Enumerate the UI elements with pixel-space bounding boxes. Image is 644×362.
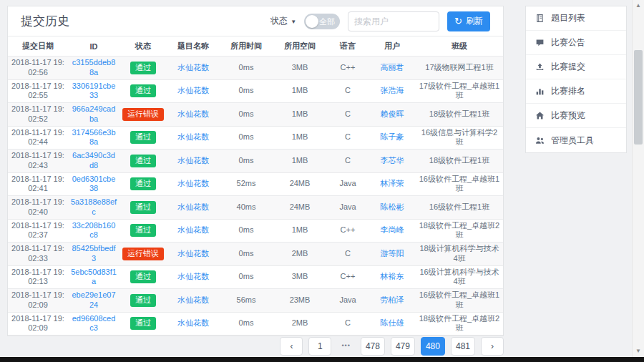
submission-id-link[interactable]: ed96608cedc3 [72,314,116,333]
pagination-page-1[interactable]: 1 [308,337,331,356]
status-filter-dropdown[interactable]: 状态 ▼ [270,15,296,27]
user-link[interactable]: 李芯华 [381,156,404,165]
user-link[interactable]: 陈仕雄 [381,318,404,327]
table-body: 2018-11-17 19:02:56c3155ddeb88a通过水仙花数0ms… [8,57,503,336]
column-header: 所用空间 [273,36,327,57]
search-user-input[interactable] [348,11,439,31]
submission-id-link[interactable]: c3155ddeb88a [72,58,116,77]
scroll-up-icon[interactable]: ▲ [633,0,644,11]
class-label: 16级软件工程_卓越班1班 [419,175,499,193]
sidebar-item-contest-announcement[interactable]: 比赛公告 [526,31,626,55]
pagination-page-478[interactable]: 478 [361,337,385,356]
problem-link[interactable]: 水仙花数 [177,63,209,72]
submit-date: 2018-11-17 19:02:43 [11,151,64,170]
user-link[interactable]: 李尚峰 [381,225,404,234]
sidebar-item-contest-submission[interactable]: 比赛提交 [526,55,626,79]
problem-link[interactable]: 水仙花数 [177,109,209,118]
submit-icon [535,62,545,72]
status-filter-label: 状态 [270,16,288,26]
submission-id-link[interactable]: 5ebc50d83f1a [71,268,117,286]
sidebar-item-admin-tools[interactable]: 管理员工具 [526,128,626,152]
submit-date: 2018-11-17 19:02:41 [11,175,64,193]
all-toggle-switch[interactable]: 全部 [304,14,340,29]
submission-id-link[interactable]: 33c208b160c8 [72,221,116,240]
submit-date: 2018-11-17 19:02:33 [11,244,64,263]
pagination-prev[interactable]: ‹ [280,337,303,356]
time-used: 0ms [239,132,254,141]
admin-icon [535,136,545,145]
user-link[interactable]: 游等阳 [381,249,404,258]
status-badge: 通过 [130,84,156,97]
pagination-page-481[interactable]: 481 [451,337,475,356]
submission-id-link[interactable]: ebe29e1e0724 [72,290,115,309]
refresh-button[interactable]: ↻ 刷新 [447,11,490,31]
problem-link[interactable]: 水仙花数 [177,132,209,141]
pagination-page-479[interactable]: 479 [391,337,415,356]
class-label: 16级信息与计算科学2班 [421,128,497,147]
class-label: 17级物联网工程1班 [425,63,493,72]
user-link[interactable]: 陈子豪 [381,132,404,141]
memory-used: 1MB [292,109,308,118]
table-row: 2018-11-17 19:02:3733c208b160c8通过水仙花数0ms… [8,219,503,243]
user-link[interactable]: 林泽荣 [381,179,404,187]
pagination-next[interactable]: › [481,337,504,356]
submit-date: 2018-11-17 19:02:55 [11,82,64,100]
user-link[interactable]: 赖俊晖 [381,109,404,118]
problem-link[interactable]: 水仙花数 [177,86,209,94]
panel-header: 提交历史 状态 ▼ 全部 ↻ 刷新 [8,6,503,36]
sidebar-item-contest-ranking[interactable]: 比赛排名 [526,79,626,104]
problem-link[interactable]: 水仙花数 [177,179,209,187]
memory-used: 1MB [292,156,308,165]
table-header-row: 提交日期ID状态题目名称所用时间所用空间语言用户班级 [8,36,503,57]
user-link[interactable]: 劳柏泽 [381,295,404,304]
problem-link[interactable]: 水仙花数 [177,318,209,327]
sidebar-item-label: 比赛提交 [551,61,585,73]
pagination-ellipsis[interactable]: ••• [337,337,354,356]
time-used: 0ms [239,225,254,234]
status-badge: 通过 [130,224,156,237]
time-used: 0ms [239,109,254,118]
problem-link[interactable]: 水仙花数 [177,156,209,165]
ranking-icon [535,87,545,96]
pagination-page-480[interactable]: 480 [421,337,445,356]
submit-date: 2018-11-17 19:02:56 [11,58,64,77]
submission-id-link[interactable]: 3306191cbe33 [72,82,116,100]
problem-link[interactable]: 水仙花数 [177,295,209,304]
user-link[interactable]: 陈松彬 [381,202,404,211]
scrollbar[interactable]: ▲ ▼ [632,0,644,362]
problem-link[interactable]: 水仙花数 [177,272,209,280]
problem-link[interactable]: 水仙花数 [177,249,209,258]
submission-id-link[interactable]: 85425bfbedf3 [72,244,115,263]
scrollbar-thumb[interactable] [634,50,643,145]
submission-id-link[interactable]: 6ac3490c3dd8 [72,151,115,170]
submission-id-link[interactable]: 5a3188e88efc [71,197,117,216]
problem-link[interactable]: 水仙花数 [177,202,209,211]
sidebar-item-label: 管理员工具 [551,134,594,147]
status-badge: 通过 [130,177,156,190]
toggle-label: 全部 [319,16,335,26]
sidebar-item-contest-preview[interactable]: 比赛预览 [526,104,626,128]
table-row: 2018-11-17 19:02:553306191cbe33通过水仙花数0ms… [8,79,503,103]
language-label: C++ [341,272,356,280]
column-header: 所用时间 [220,36,273,57]
status-badge: 通过 [130,317,156,330]
user-link[interactable]: 林裕东 [381,272,404,280]
submission-id-link[interactable]: 0ed6301cbe38 [72,175,116,193]
refresh-label: 刷新 [466,15,483,27]
submission-id-link[interactable]: 3174566e3b8a [72,128,115,147]
scroll-down-icon[interactable]: ▼ [633,346,644,357]
submission-table: 提交日期ID状态题目名称所用时间所用空间语言用户班级 2018-11-17 19… [8,36,503,336]
language-label: C++ [341,225,356,234]
memory-used: 1MB [292,225,308,234]
user-link[interactable]: 张浩海 [381,86,404,94]
sidebar-item-problem-list[interactable]: 题目列表 [526,6,626,31]
submit-date: 2018-11-17 19:02:44 [11,128,64,147]
problem-link[interactable]: 水仙花数 [177,225,209,234]
class-label: 16级软件工程1班 [429,202,489,211]
column-header: 状态 [119,36,167,57]
table-row: 2018-11-17 19:02:3385425bfbedf3运行错误水仙花数0… [8,243,503,266]
memory-used: 1MB [292,132,308,141]
submission-id-link[interactable]: 966a249cadba [72,104,116,123]
table-row: 2018-11-17 19:02:410ed6301cbe38通过水仙花数52m… [8,172,503,196]
user-link[interactable]: 高丽君 [381,63,404,72]
